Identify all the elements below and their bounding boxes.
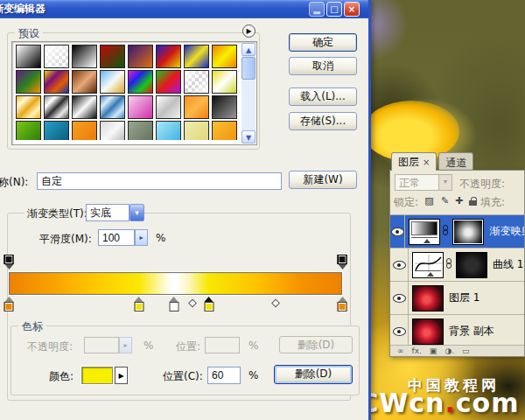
blend-mode-select[interactable]: 正常 ▾ (395, 174, 452, 191)
tab-channels[interactable]: 通道 (438, 152, 473, 171)
midpoint-diamond-marker[interactable] (188, 299, 197, 308)
gradient-preset-swatch[interactable] (100, 70, 125, 94)
gradient-preset-swatch[interactable] (44, 45, 69, 68)
gradient-preset-swatch[interactable] (212, 70, 237, 94)
lock-transparency-icon[interactable]: ▨ (423, 194, 436, 207)
new-layer-icon[interactable]: ▭ (462, 346, 470, 356)
gradient-preset-swatch[interactable] (100, 45, 125, 68)
scroll-down-icon[interactable]: ▼ (242, 130, 256, 144)
gradient-preset-swatch[interactable] (100, 95, 125, 119)
link-layers-icon[interactable]: ∞ (397, 346, 404, 356)
gradient-preset-swatch[interactable] (16, 70, 41, 94)
layer-style-icon[interactable]: fx. (412, 346, 422, 356)
name-input[interactable] (37, 172, 282, 190)
color-stop-marker-selected[interactable] (203, 297, 214, 312)
layer-row[interactable]: 渐变映射 (390, 215, 524, 248)
visibility-toggle[interactable] (390, 248, 409, 281)
layer-name[interactable]: 渐变映射 (489, 224, 524, 239)
new-adjustment-layer-icon[interactable]: ◑. (444, 346, 454, 356)
gradient-preview-bar[interactable] (9, 272, 342, 295)
gradient-preset-swatch[interactable] (128, 95, 153, 119)
stop-color-swatch[interactable] (81, 367, 113, 384)
gradient-preset-swatch[interactable] (128, 70, 153, 94)
gradient-preset-swatch[interactable] (44, 95, 69, 119)
visibility-toggle[interactable] (390, 282, 409, 314)
gradient-preset-swatch[interactable] (212, 95, 237, 119)
color-picker-arrow-icon[interactable]: ▶ (115, 367, 128, 384)
presets-flyout-menu-icon[interactable]: ▶ (242, 24, 256, 38)
scroll-up-icon[interactable]: ▲ (242, 43, 256, 56)
layer-mask-thumbnail[interactable] (452, 219, 484, 245)
gradient-preset-swatch[interactable] (16, 95, 41, 119)
layer-thumbnail[interactable] (412, 285, 444, 312)
lock-position-icon[interactable]: ✚ (452, 194, 466, 207)
gradient-preset-swatch[interactable] (72, 70, 97, 94)
gradient-preset-swatch[interactable] (212, 45, 237, 68)
gradient-preset-swatch[interactable] (16, 121, 41, 140)
maximize-button[interactable]: □ (326, 2, 342, 17)
gradient-preset-swatch[interactable] (184, 121, 209, 140)
tab-layers[interactable]: 图层× (391, 152, 437, 171)
ok-button[interactable]: 确定 (289, 33, 357, 52)
visibility-toggle[interactable] (390, 315, 409, 345)
preset-scrollbar[interactable]: ▲ ▼ (242, 43, 256, 144)
visibility-toggle[interactable] (390, 215, 405, 248)
gradient-preset-swatch[interactable] (128, 45, 153, 68)
gradient-preset-swatch[interactable] (72, 121, 97, 140)
scrollbar-thumb[interactable] (242, 57, 256, 80)
mask-link-icon[interactable] (441, 225, 449, 239)
gradient-preset-swatch[interactable] (156, 45, 181, 68)
gradient-preset-swatch[interactable] (44, 70, 69, 94)
mask-link-icon[interactable] (444, 258, 452, 272)
layer-name[interactable]: 曲线 1 (493, 257, 523, 272)
tab-close-icon[interactable]: × (423, 158, 430, 167)
visibility-eye-icon (393, 294, 406, 303)
layer-row[interactable]: 背景 副本 (390, 315, 524, 345)
layer-row[interactable]: 图层 1 (390, 282, 524, 315)
gradient-preset-swatch[interactable] (156, 121, 181, 140)
new-button[interactable]: 新建(W) (289, 171, 357, 189)
layer-mask-thumbnail[interactable] (456, 252, 487, 278)
layer-name[interactable]: 图层 1 (449, 290, 480, 305)
curves-thumbnail[interactable] (412, 252, 444, 278)
color-stop-marker[interactable] (337, 297, 348, 312)
color-stop-marker[interactable] (4, 297, 15, 312)
gradient-map-thumbnail[interactable] (409, 219, 440, 245)
layer-row[interactable]: 曲线 1 (390, 248, 524, 282)
cancel-button[interactable]: 取消 (289, 57, 357, 75)
close-button[interactable]: × (344, 2, 360, 17)
delete-color-stop-button[interactable]: 删除(D) (274, 365, 353, 384)
gradient-preset-swatch[interactable] (156, 95, 181, 119)
layer-thumbnail[interactable] (412, 318, 444, 345)
gradient-type-combo[interactable]: 实底 (86, 204, 130, 221)
minimize-button[interactable]: ▂ (309, 2, 325, 17)
add-layer-mask-icon[interactable]: ▣ (430, 346, 438, 356)
gradient-preset-swatch[interactable] (72, 95, 97, 119)
blend-mode-dropdown-icon[interactable]: ▾ (438, 175, 452, 190)
smoothness-spinner-icon[interactable]: ▸ (135, 229, 148, 246)
lock-pixels-icon[interactable]: ✎ (438, 194, 452, 207)
color-stop-marker[interactable] (133, 297, 144, 312)
gradient-preset-swatch[interactable] (44, 121, 69, 140)
layer-name[interactable]: 背景 副本 (449, 324, 494, 339)
gradient-preset-swatch[interactable] (184, 70, 209, 94)
stop-color-location-input[interactable] (207, 367, 241, 384)
midpoint-diamond-marker[interactable] (271, 299, 280, 308)
dialog-titlebar[interactable]: 渐变编辑器 ▂ □ × (0, 0, 368, 18)
gradient-preset-swatch[interactable] (184, 95, 209, 119)
opacity-stop-marker[interactable] (4, 255, 15, 270)
save-button[interactable]: 存储(S)... (289, 112, 357, 130)
gradient-preset-swatch[interactable] (156, 70, 181, 94)
gradient-preset-swatch[interactable] (184, 45, 209, 68)
gradient-type-dropdown-icon[interactable]: ▾ (130, 204, 144, 221)
layers-panel-body: 正常 ▾ 不透明度: 锁定: ▨ ✎ ✚ 填充: 渐变映射 曲线 1 图层 (389, 170, 525, 357)
gradient-preset-swatch[interactable] (100, 121, 125, 140)
gradient-preset-swatch[interactable] (212, 121, 237, 140)
gradient-preset-swatch[interactable] (128, 121, 153, 140)
gradient-preset-swatch[interactable] (16, 45, 41, 68)
color-stop-marker[interactable] (168, 297, 179, 312)
smoothness-input[interactable] (98, 229, 135, 246)
load-button[interactable]: 载入(L)... (289, 88, 357, 106)
opacity-stop-marker[interactable] (337, 255, 348, 270)
gradient-preset-swatch[interactable] (72, 45, 97, 68)
